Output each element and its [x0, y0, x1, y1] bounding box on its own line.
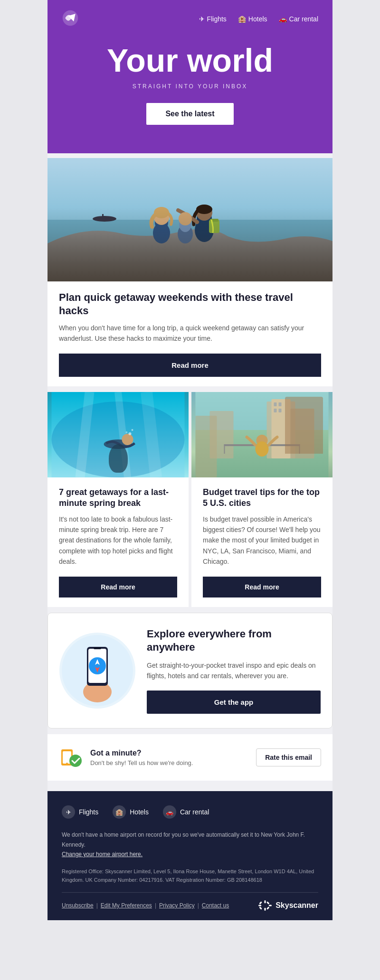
footer-nav: ✈ Flights 🏨 Hotels 🚗 Car rental	[62, 805, 318, 819]
cities-title: Budget travel tips for the top 5 U.S. ci…	[203, 487, 321, 509]
app-promo-illustration	[59, 633, 135, 709]
svg-rect-51	[94, 647, 101, 649]
svg-rect-63	[266, 901, 270, 905]
spring-break-image	[48, 392, 189, 477]
nav-hotels[interactable]: 🏨 Hotels	[238, 15, 267, 23]
svg-rect-13	[209, 220, 219, 233]
svg-point-24	[126, 431, 128, 433]
svg-point-40	[256, 441, 269, 457]
svg-rect-60	[259, 901, 263, 905]
cities-desc: Is budget travel possible in America's b…	[203, 514, 321, 567]
hotels-icon: 🏨	[238, 15, 246, 23]
car-rental-icon: 🚗	[279, 15, 287, 23]
header-cta-wrapper: See the latest	[62, 103, 318, 125]
skyscanner-brand: Skyscanner	[258, 900, 318, 911]
rate-email-subtitle: Don't be shy! Tell us how we're doing.	[90, 759, 248, 766]
skyscanner-logo-icon	[62, 9, 79, 27]
footer-car-icon: 🚗	[163, 805, 176, 819]
header-chevron-divider	[176, 139, 204, 153]
spring-break-article: 7 great getaways for a last-minute sprin…	[48, 392, 189, 607]
edit-preferences-link[interactable]: Edit My Preferences	[101, 902, 152, 909]
svg-point-5	[153, 223, 170, 243]
cities-article: Budget travel tips for the top 5 U.S. ci…	[191, 392, 332, 607]
spring-break-title: 7 great getaways for a last-minute sprin…	[59, 487, 177, 509]
main-article-card: Plan quick getaway weekends with these t…	[48, 158, 332, 386]
cities-read-more[interactable]: Read more	[203, 577, 321, 597]
svg-rect-58	[258, 905, 261, 906]
footer-nav-car-rental[interactable]: 🚗 Car rental	[163, 805, 209, 819]
main-content: Plan quick getaway weekends with these t…	[48, 153, 332, 792]
svg-rect-38	[299, 444, 300, 454]
svg-rect-31	[196, 416, 217, 477]
cities-svg	[191, 392, 332, 477]
rate-email-button[interactable]: Rate this email	[256, 748, 321, 766]
svg-rect-14	[210, 219, 218, 222]
svg-rect-32	[274, 402, 277, 406]
app-promo-section: Explore everywhere from anywhere Get str…	[48, 613, 332, 729]
svg-point-12	[196, 205, 212, 214]
svg-point-8	[154, 207, 169, 218]
logo	[62, 9, 79, 28]
footer-airport-notice: We don't have a home airport on record f…	[62, 830, 318, 859]
svg-point-16	[179, 217, 191, 232]
main-article-body: Plan quick getaway weekends with these t…	[48, 281, 332, 386]
privacy-policy-link[interactable]: Privacy Policy	[159, 902, 195, 909]
contact-us-link[interactable]: Contact us	[202, 902, 229, 909]
skyscanner-footer-logo-icon	[258, 900, 272, 911]
rate-icon-svg	[59, 746, 83, 769]
svg-point-21	[122, 434, 133, 445]
rate-email-section: Got a minute? Don't be shy! Tell us how …	[48, 734, 332, 781]
svg-rect-2	[48, 220, 332, 281]
footer-bottom: Unsubscribe | Edit My Preferences | Priv…	[62, 892, 318, 911]
get-app-button[interactable]: Get the app	[147, 691, 321, 714]
footer-nav-flights[interactable]: ✈ Flights	[62, 805, 98, 819]
email-wrapper: ✈ Flights 🏨 Hotels 🚗 Car rental Your wor…	[48, 0, 332, 920]
main-article-title: Plan quick getaway weekends with these t…	[59, 291, 321, 318]
app-promo-title: Explore everywhere from anywhere	[147, 627, 321, 654]
footer: ✈ Flights 🏨 Hotels 🚗 Car rental We don't…	[48, 791, 332, 920]
main-read-more-button[interactable]: Read more	[59, 354, 321, 377]
rate-email-icon	[59, 746, 83, 769]
see-the-latest-button[interactable]: See the latest	[146, 103, 233, 125]
svg-point-23	[132, 429, 133, 431]
app-promo-text: Explore everywhere from anywhere Get str…	[147, 627, 321, 714]
footer-hotels-icon: 🏨	[113, 805, 126, 819]
nav-car-rental[interactable]: 🚗 Car rental	[279, 15, 318, 23]
svg-point-6	[155, 214, 168, 231]
cities-body: Budget travel tips for the top 5 U.S. ci…	[191, 477, 332, 607]
svg-point-7	[154, 210, 169, 225]
spring-break-body: 7 great getaways for a last-minute sprin…	[48, 477, 189, 607]
svg-rect-33	[279, 402, 282, 406]
svg-point-3	[93, 216, 116, 222]
travel-hacks-svg	[48, 158, 332, 281]
email-header: ✈ Flights 🏨 Hotels 🚗 Car rental Your wor…	[48, 0, 332, 153]
svg-rect-59	[269, 905, 272, 906]
flights-icon: ✈	[199, 15, 205, 23]
travel-hacks-image	[48, 158, 332, 281]
app-promo-desc: Get straight-to-your-pocket travel inspo…	[147, 660, 321, 681]
footer-nav-hotels[interactable]: 🏨 Hotels	[113, 805, 149, 819]
spring-break-desc: It's not too late to book a fabulous las…	[59, 514, 177, 567]
svg-rect-4	[102, 214, 104, 221]
unsubscribe-link[interactable]: Unsubscribe	[62, 902, 94, 909]
svg-rect-28	[272, 399, 291, 458]
header-nav: ✈ Flights 🏨 Hotels 🚗 Car rental	[62, 9, 318, 28]
header-subtitle: STRAIGHT INTO YOUR INBOX	[62, 83, 318, 90]
nav-flights[interactable]: ✈ Flights	[199, 15, 227, 23]
page-title: Your world	[62, 43, 318, 78]
change-airport-link[interactable]: Change your home airport here.	[62, 851, 142, 858]
cities-image	[191, 392, 332, 477]
spring-break-svg	[48, 392, 189, 477]
svg-rect-62	[259, 906, 263, 910]
footer-flights-icon: ✈	[62, 805, 75, 819]
svg-point-10	[197, 209, 212, 228]
svg-point-15	[178, 224, 193, 243]
svg-rect-29	[291, 409, 314, 458]
svg-point-11	[196, 205, 212, 221]
svg-point-22	[129, 432, 132, 435]
svg-rect-34	[274, 409, 277, 412]
svg-rect-45	[104, 686, 109, 694]
rate-email-title: Got a minute?	[90, 749, 248, 757]
svg-rect-57	[265, 908, 266, 911]
spring-break-read-more[interactable]: Read more	[59, 577, 177, 597]
